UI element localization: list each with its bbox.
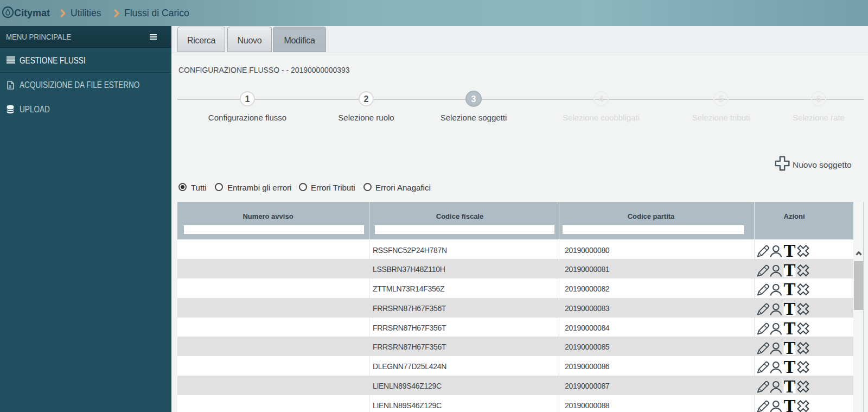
svg-text:T: T — [783, 264, 795, 277]
svg-text:T: T — [783, 400, 795, 412]
svg-text:T: T — [783, 381, 795, 394]
svg-text:x: x — [9, 84, 11, 89]
svg-text:T: T — [783, 283, 795, 296]
svg-text:T: T — [783, 342, 795, 355]
svg-text:T: T — [783, 303, 795, 316]
svg-text:T: T — [783, 245, 795, 258]
svg-text:T: T — [783, 361, 795, 374]
svg-text:T: T — [783, 322, 795, 335]
